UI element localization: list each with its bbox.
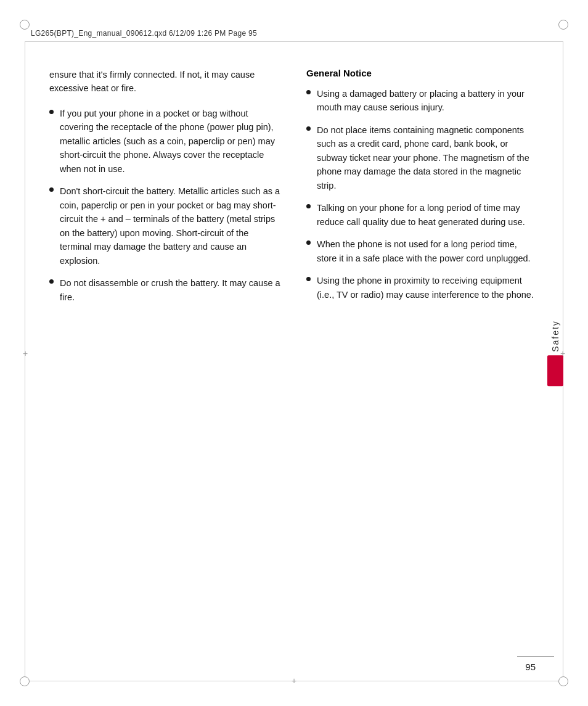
safety-label: Safety [550,320,560,352]
list-item: When the phone is not used for a long pe… [306,237,539,265]
bullet-text: When the phone is not used for a long pe… [317,237,539,265]
content-area: ensure that it's firmly connected. If no… [49,62,539,644]
bullet-dot [306,277,311,281]
right-bullet-list: Using a damaged battery or placing a bat… [306,87,539,302]
bullet-dot [49,187,54,192]
bullet-text: If you put your phone in a pocket or bag… [60,107,282,176]
reg-mark-bottom-right [558,676,568,686]
page-rule [517,656,554,657]
bullet-text: Don't short-circuit the battery. Metalli… [60,184,282,268]
bullet-text: Talking on your phone for a long period … [317,201,539,229]
bullet-dot [306,204,311,208]
bullet-text: Do not place items containing magnetic c… [317,123,539,192]
list-item: Using the phone in proximity to receivin… [306,274,539,302]
plus-mark-left: + [21,349,30,358]
list-item: If you put your phone in a pocket or bag… [49,107,282,176]
list-item: Do not disassemble or crush the battery.… [49,276,282,304]
header-text: LG265(BPT)_Eng_manual_090612.qxd 6/12/09… [31,29,257,38]
list-item: Don't short-circuit the battery. Metalli… [49,184,282,268]
safety-bar [547,355,563,386]
section-title: General Notice [306,68,539,78]
header-bar: LG265(BPT)_Eng_manual_090612.qxd 6/12/09… [25,25,563,42]
page-number: 95 [525,662,536,672]
bullet-dot [306,126,311,131]
bullet-text: Using a damaged battery or placing a bat… [317,87,539,115]
bullet-dot [306,90,311,94]
left-column: ensure that it's firmly connected. If no… [49,62,282,644]
left-bullet-list: If you put your phone in a pocket or bag… [49,107,282,304]
reg-mark-top-left [20,20,30,30]
bullet-dot [306,240,311,245]
bullet-dot [49,279,54,284]
bullet-text: Do not disassemble or crush the battery.… [60,276,282,304]
reg-mark-bottom-left [20,676,30,686]
reg-mark-top-right [558,20,568,30]
right-column: General Notice Using a damaged battery o… [306,62,539,644]
bullet-dot [49,110,54,114]
bullet-text: Using the phone in proximity to receivin… [317,274,539,302]
list-item: Using a damaged battery or placing a bat… [306,87,539,115]
list-item: Talking on your phone for a long period … [306,201,539,229]
plus-mark-bottom: + [290,676,298,685]
safety-sidebar: Safety [547,320,563,387]
list-item: Do not place items containing magnetic c… [306,123,539,192]
intro-text: ensure that it's firmly connected. If no… [49,68,282,96]
